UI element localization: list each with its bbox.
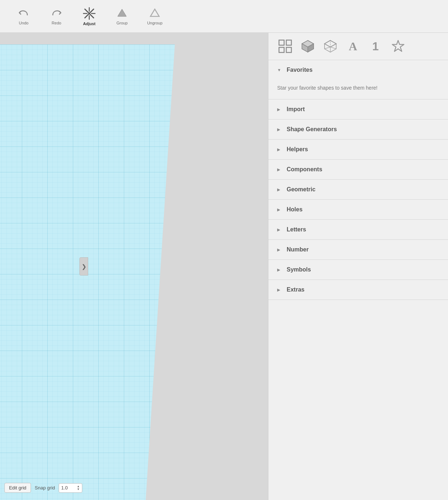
section-extras: ▶ Extras — [268, 280, 448, 300]
import-arrow-icon: ▶ — [277, 107, 282, 112]
edit-grid-button[interactable]: Edit grid — [4, 483, 31, 493]
bottom-controls: Edit grid Snap grid 1.0 ▲ ▼ — [4, 483, 82, 493]
favorites-title: Favorites — [287, 67, 313, 73]
svg-marker-29 — [392, 40, 404, 51]
adjust-button[interactable]: Adjust — [73, 2, 106, 31]
canvas-area: ❯ Edit grid Snap grid 1.0 ▲ ▼ — [0, 33, 268, 500]
svg-rect-16 — [286, 47, 291, 52]
section-letters-header[interactable]: ▶ Letters — [268, 220, 448, 239]
undo-label: Undo — [19, 21, 28, 25]
symbols-arrow-icon: ▶ — [277, 267, 282, 272]
section-favorites: ▼ Favorites Star your favorite shapes to… — [268, 60, 448, 99]
snap-grid-value: 1.0 — [61, 485, 68, 491]
redo-label: Redo — [52, 21, 61, 25]
section-favorites-header[interactable]: ▼ Favorites — [268, 60, 448, 80]
section-helpers: ▶ Helpers — [268, 140, 448, 160]
section-geometric: ▶ Geometric — [268, 180, 448, 200]
section-letters: ▶ Letters — [268, 220, 448, 240]
letters-title: Letters — [287, 226, 306, 233]
star-icon — [391, 39, 405, 53]
section-import: ▶ Import — [268, 99, 448, 120]
adjust-label: Adjust — [83, 22, 95, 26]
snap-grid-label: Snap grid — [35, 485, 55, 491]
section-number: ▶ Number — [268, 240, 448, 260]
wireframe-cube-icon — [323, 39, 338, 54]
svg-rect-15 — [279, 47, 284, 52]
section-symbols-header[interactable]: ▶ Symbols — [268, 260, 448, 280]
shape-generators-arrow-icon: ▶ — [277, 127, 282, 132]
holes-title: Holes — [287, 206, 303, 213]
group-icon — [116, 8, 128, 19]
favorites-arrow-icon: ▼ — [277, 68, 282, 72]
section-shape-generators: ▶ Shape Generators — [268, 120, 448, 140]
ungroup-button[interactable]: Ungroup — [138, 2, 171, 31]
shape-generators-title: Shape Generators — [287, 126, 337, 133]
ungroup-label: Ungroup — [147, 21, 162, 25]
section-components: ▶ Components — [268, 160, 448, 180]
svg-rect-13 — [279, 40, 284, 45]
panel-grid-icon[interactable] — [276, 37, 295, 56]
panel-icon-row: A 1 — [268, 33, 448, 60]
ungroup-icon — [149, 8, 161, 19]
main-content: ❯ Edit grid Snap grid 1.0 ▲ ▼ — [0, 33, 448, 500]
panel-cube-icon[interactable] — [298, 37, 317, 56]
panel-sections: ▼ Favorites Star your favorite shapes to… — [268, 60, 448, 500]
svg-line-28 — [330, 47, 336, 49]
holes-arrow-icon: ▶ — [277, 207, 282, 212]
group-button[interactable]: Group — [106, 2, 138, 31]
section-geometric-header[interactable]: ▶ Geometric — [268, 180, 448, 199]
group-label: Group — [117, 21, 128, 25]
svg-rect-14 — [286, 40, 291, 45]
geometric-arrow-icon: ▶ — [277, 187, 282, 192]
letter-a-icon: A — [349, 40, 357, 53]
section-number-header[interactable]: ▶ Number — [268, 240, 448, 259]
section-extras-header[interactable]: ▶ Extras — [268, 280, 448, 300]
import-title: Import — [287, 106, 305, 113]
toolbar: Undo Redo Adjust Group — [0, 0, 448, 33]
section-components-header[interactable]: ▶ Components — [268, 160, 448, 179]
svg-marker-6 — [118, 9, 126, 16]
snap-grid-input[interactable]: 1.0 ▲ ▼ — [59, 483, 82, 493]
section-helpers-header[interactable]: ▶ Helpers — [268, 140, 448, 159]
adjust-icon — [83, 7, 96, 20]
favorites-description: Star your favorite shapes to save them h… — [277, 85, 377, 91]
extras-title: Extras — [287, 286, 304, 293]
number-title: Number — [287, 246, 309, 253]
number-1-icon: 1 — [372, 40, 379, 53]
grid-view-icon — [278, 39, 292, 54]
letters-arrow-icon: ▶ — [277, 227, 282, 232]
geometric-title: Geometric — [287, 186, 315, 193]
collapse-arrow-icon: ❯ — [82, 263, 86, 270]
redo-icon — [51, 8, 62, 19]
extras-arrow-icon: ▶ — [277, 288, 282, 292]
helpers-arrow-icon: ▶ — [277, 147, 282, 152]
undo-button[interactable]: Undo — [7, 2, 40, 31]
section-symbols: ▶ Symbols — [268, 260, 448, 280]
panel-collapse-button[interactable]: ❯ — [79, 257, 88, 276]
section-holes: ▶ Holes — [268, 200, 448, 220]
helpers-title: Helpers — [287, 146, 308, 153]
favorites-content: Star your favorite shapes to save them h… — [268, 80, 448, 99]
panel-number-icon[interactable]: 1 — [366, 37, 385, 56]
snap-grid-stepper[interactable]: ▲ ▼ — [77, 485, 80, 491]
redo-button[interactable]: Redo — [40, 2, 73, 31]
panel-wireframe-icon[interactable] — [321, 37, 340, 56]
number-arrow-icon: ▶ — [277, 247, 282, 252]
svg-marker-8 — [150, 9, 159, 16]
section-import-header[interactable]: ▶ Import — [268, 99, 448, 119]
panel-star-icon[interactable] — [389, 37, 408, 56]
components-arrow-icon: ▶ — [277, 167, 282, 172]
symbols-title: Symbols — [287, 266, 311, 273]
stepper-down-icon[interactable]: ▼ — [77, 488, 80, 491]
svg-line-27 — [325, 47, 330, 49]
cube-3d-icon — [300, 39, 315, 54]
right-panel: A 1 ▼ Favorites Star you — [268, 33, 448, 500]
panel-letter-icon[interactable]: A — [343, 37, 362, 56]
section-holes-header[interactable]: ▶ Holes — [268, 200, 448, 219]
components-title: Components — [287, 166, 322, 173]
section-shape-generators-header[interactable]: ▶ Shape Generators — [268, 120, 448, 139]
undo-icon — [18, 8, 30, 19]
